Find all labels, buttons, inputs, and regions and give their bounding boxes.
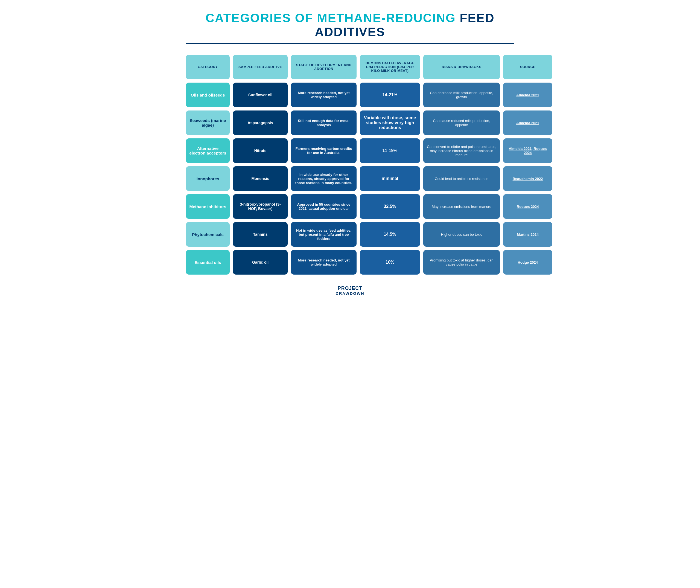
header-source: SOURCE [503, 55, 552, 79]
footer: PROJECT DRAWDOWN [336, 286, 364, 296]
source-oils[interactable]: Almeida 2021 [503, 83, 552, 107]
reduction-phyto: 14.5% [360, 222, 420, 247]
risks-essential: Promising but toxic at higher doses, can… [423, 250, 500, 275]
additive-essential: Garlic oil [233, 250, 288, 275]
reduction-methane: 32.5% [360, 194, 420, 219]
cat-oils: Oils and oilseeds [186, 83, 230, 107]
header-category: CATEGORY [186, 55, 230, 79]
reduction-electron: 11-19% [360, 138, 420, 163]
header-stage: STAGE OF DEVELOPMENT AND ADOPTION [291, 55, 357, 79]
title-section: CATEGORIES OF METHANE-REDUCING FEED ADDI… [186, 11, 514, 44]
risks-phyto: Higher doses can be toxic [423, 222, 500, 247]
additive-methane: 3-nitrooxypropanol (3-NOP, Bovaer) [233, 194, 288, 219]
additive-seaweeds: Asparagopsis [233, 110, 288, 135]
cat-phyto: Phytochemicals [186, 222, 230, 247]
risks-seaweeds: Can cause reduced milk production, appet… [423, 110, 500, 135]
additive-electron: Nitrate [233, 138, 288, 163]
table-container: CATEGORY SAMPLE FEED ADDITIVE STAGE OF D… [186, 55, 514, 275]
header-risks: RISKS & DRAWBACKS [423, 55, 500, 79]
header-additive: SAMPLE FEED ADDITIVE [233, 55, 288, 79]
stage-methane: Approved in 55 countries since 2021, act… [291, 194, 357, 219]
reduction-ionophores: minimal [360, 166, 420, 191]
risks-ionophores: Could lead to antibiotic resistance [423, 166, 500, 191]
source-methane[interactable]: Roques 2024 [503, 194, 552, 219]
stage-essential: More research needed, not yet widely ado… [291, 250, 357, 275]
source-seaweeds[interactable]: Almeida 2021 [503, 110, 552, 135]
risks-oils: Can decrease milk production, appetite, … [423, 83, 500, 107]
source-ionophores[interactable]: Beauchemin 2022 [503, 166, 552, 191]
stage-phyto: Not in wide use as feed additive, but pr… [291, 222, 357, 247]
reduction-oils: 14-21% [360, 83, 420, 107]
cat-electron: Alternative electron acceptors [186, 138, 230, 163]
risks-methane: May increase emissions from manure [423, 194, 500, 219]
stage-ionophores: In wide use already for other reasons, a… [291, 166, 357, 191]
cat-ionophores: Ionophores [186, 166, 230, 191]
additive-oils: Sunflower oil [233, 83, 288, 107]
stage-seaweeds: Still not enough data for meta-analysis [291, 110, 357, 135]
stage-electron: Farmers receiving carbon credits for use… [291, 138, 357, 163]
header-reduction: DEMONSTRATED AVERAGE CH4 REDUCTION (CH4 … [360, 55, 420, 79]
source-electron[interactable]: Almeida 2021, Roques 2024 [503, 138, 552, 163]
additive-ionophores: Monensis [233, 166, 288, 191]
reduction-seaweeds: Variable with dose, some studies show ve… [360, 110, 420, 135]
source-phyto[interactable]: Martins 2024 [503, 222, 552, 247]
cat-seaweeds: Seaweeds (marine algae) [186, 110, 230, 135]
stage-oils: More research needed, not yet widely ado… [291, 83, 357, 107]
brand-line1: PROJECT [336, 286, 364, 291]
brand-line2: DRAWDOWN [336, 291, 364, 296]
cat-methane: Methane inhibitors [186, 194, 230, 219]
cat-essential: Essential oils [186, 250, 230, 275]
source-essential[interactable]: Hodge 2024 [503, 250, 552, 275]
table-grid: CATEGORY SAMPLE FEED ADDITIVE STAGE OF D… [186, 55, 514, 275]
additive-phyto: Tannins [233, 222, 288, 247]
risks-electron: Can convert to nitrite and poison rumina… [423, 138, 500, 163]
reduction-essential: 10% [360, 250, 420, 275]
title-part1: CATEGORIES OF METHANE-REDUCING [205, 11, 456, 25]
